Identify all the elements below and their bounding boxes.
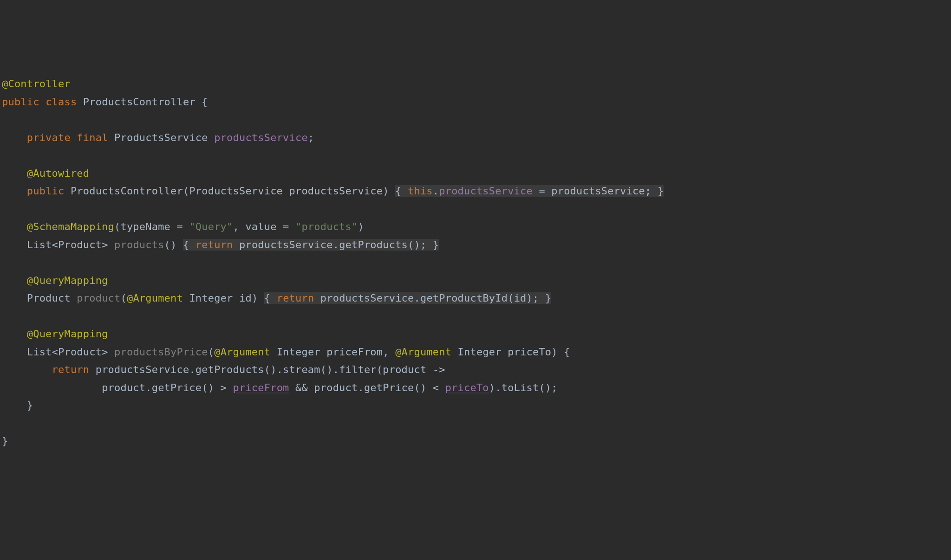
class-name: ProductsController bbox=[83, 96, 195, 108]
paren-close: ) bbox=[208, 382, 214, 393]
method-call: getPrice bbox=[152, 382, 202, 393]
angle-close: > bbox=[102, 346, 108, 358]
dot: . bbox=[333, 364, 339, 375]
keyword-public: public bbox=[27, 185, 65, 197]
method-name: product bbox=[77, 292, 120, 304]
annotation: @SchemaMapping bbox=[27, 221, 114, 232]
lambda-param: product bbox=[383, 364, 426, 375]
annotation: @Autowired bbox=[27, 167, 89, 179]
comma: , bbox=[383, 346, 395, 358]
brace-open: { bbox=[183, 239, 189, 251]
param-type: ProductsService bbox=[189, 185, 283, 197]
paren-open: ( bbox=[264, 364, 270, 375]
keyword-this: this bbox=[408, 185, 433, 197]
method-call: getProductById bbox=[420, 292, 508, 304]
comma: , bbox=[233, 221, 246, 232]
method-call: getProducts bbox=[195, 364, 264, 375]
string-literal: "Query" bbox=[189, 221, 233, 232]
folded-block[interactable]: { return productsService.getProductById(… bbox=[264, 292, 552, 304]
paren-close: ) bbox=[252, 292, 258, 304]
operator: < bbox=[426, 382, 445, 393]
paren-open: ( bbox=[539, 382, 545, 393]
method-call: stream bbox=[283, 364, 320, 375]
identifier: productsService bbox=[551, 185, 645, 197]
paren-open: ( bbox=[408, 239, 414, 251]
operator: > bbox=[214, 382, 233, 393]
paren-open: ( bbox=[414, 382, 420, 393]
annotation: @QueryMapping bbox=[27, 275, 108, 286]
paren-open: ( bbox=[183, 185, 189, 197]
paren-close: ) bbox=[326, 364, 332, 375]
method-call: filter bbox=[339, 364, 377, 375]
return-type: List bbox=[27, 346, 52, 358]
semicolon: ; bbox=[533, 292, 539, 304]
paren-open: ( bbox=[164, 239, 170, 251]
keyword-final: final bbox=[77, 132, 108, 143]
assign: = bbox=[533, 185, 551, 197]
generic-type: Product bbox=[58, 346, 102, 358]
dot: . bbox=[433, 185, 439, 197]
return-type: Product bbox=[27, 292, 71, 304]
paren-open: ( bbox=[320, 364, 326, 375]
angle-close: > bbox=[102, 239, 108, 251]
field-name: productsService bbox=[214, 132, 308, 143]
keyword-return: return bbox=[277, 292, 314, 304]
method-call: getPrice bbox=[364, 382, 414, 393]
argument: id bbox=[514, 292, 527, 304]
annotation-arg-key: value bbox=[245, 221, 276, 232]
identifier: productsService bbox=[320, 292, 414, 304]
annotation: @Controller bbox=[2, 78, 71, 90]
annotation-arg-key: typeName bbox=[120, 221, 170, 232]
brace-close: } bbox=[2, 435, 8, 447]
return-type: List bbox=[27, 239, 52, 251]
param-type: Integer bbox=[189, 292, 233, 304]
paren-close: ) bbox=[545, 382, 551, 393]
folded-block[interactable]: { this.productsService = productsService… bbox=[395, 185, 664, 197]
paren-close: ) bbox=[527, 292, 533, 304]
semicolon: ; bbox=[645, 185, 651, 197]
param-name: priceTo bbox=[508, 346, 551, 358]
semicolon: ; bbox=[551, 382, 557, 393]
dot: . bbox=[189, 364, 195, 375]
generic-type: Product bbox=[58, 239, 102, 251]
keyword-return: return bbox=[195, 239, 233, 251]
assign: = bbox=[170, 221, 189, 232]
assign: = bbox=[277, 221, 295, 232]
folded-block[interactable]: { return productsService.getProducts(); … bbox=[183, 239, 439, 251]
param-name: id bbox=[239, 292, 252, 304]
constructor-name: ProductsController bbox=[71, 185, 183, 197]
type: ProductsService bbox=[114, 132, 208, 143]
keyword-return: return bbox=[52, 364, 90, 375]
paren-close: ) bbox=[383, 185, 389, 197]
paren-open: ( bbox=[202, 382, 208, 393]
paren-open: ( bbox=[120, 292, 126, 304]
semicolon: ; bbox=[308, 132, 314, 143]
param-name: productsService bbox=[289, 185, 383, 197]
field-ref: priceTo bbox=[445, 382, 489, 393]
method-call: getProducts bbox=[339, 239, 408, 251]
method-call: toList bbox=[502, 382, 539, 393]
dot: . bbox=[495, 382, 501, 393]
dot: . bbox=[333, 239, 339, 251]
param-type: Integer bbox=[458, 346, 502, 358]
identifier: productsService bbox=[239, 239, 333, 251]
angle-open: < bbox=[52, 346, 58, 358]
identifier: product bbox=[102, 382, 145, 393]
identifier: product bbox=[314, 382, 358, 393]
lambda-arrow: -> bbox=[426, 364, 445, 375]
paren-close: ) bbox=[551, 346, 557, 358]
code-editor[interactable]: @Controller public class ProductsControl… bbox=[2, 75, 951, 451]
brace-open: { bbox=[264, 292, 270, 304]
paren-close: ) bbox=[414, 239, 420, 251]
paren-close: ) bbox=[358, 221, 364, 232]
method-name: products bbox=[114, 239, 164, 251]
keyword-class: class bbox=[46, 96, 77, 108]
paren-close: ) bbox=[170, 239, 176, 251]
brace-close: } bbox=[433, 239, 439, 251]
brace-close: } bbox=[658, 185, 664, 197]
identifier: productsService bbox=[96, 364, 189, 375]
annotation: @Argument bbox=[214, 346, 270, 358]
field-ref: priceFrom bbox=[233, 382, 289, 393]
keyword-public: public bbox=[2, 96, 39, 108]
keyword-private: private bbox=[27, 132, 71, 143]
